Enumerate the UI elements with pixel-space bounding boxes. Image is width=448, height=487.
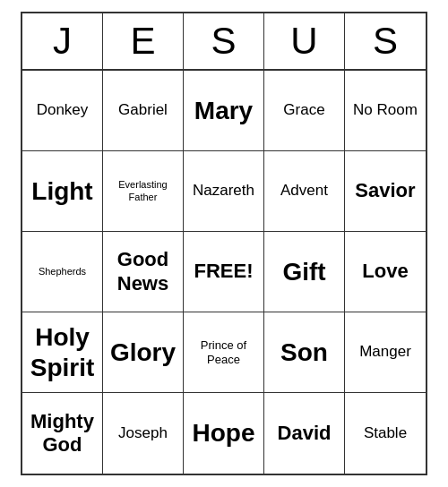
bingo-cell: Light [22, 151, 103, 232]
bingo-cell: No Room [345, 71, 426, 151]
bingo-header: JESUS [22, 13, 426, 71]
header-letter: J [22, 13, 103, 69]
header-letter: U [264, 13, 345, 69]
bingo-cell: Love [345, 232, 426, 312]
bingo-card: JESUS DonkeyGabrielMaryGraceNo RoomLight… [21, 12, 427, 475]
bingo-cell: Mary [184, 71, 264, 151]
bingo-cell: Holy Spirit [22, 312, 103, 393]
bingo-cell: Joseph [103, 393, 184, 474]
bingo-cell: Hope [184, 393, 264, 474]
bingo-cell: Gift [264, 232, 345, 312]
bingo-cell: Prince of Peace [184, 312, 264, 393]
bingo-cell: Good News [103, 232, 184, 312]
bingo-cell: Mighty God [22, 393, 103, 474]
bingo-cell: David [264, 393, 345, 474]
bingo-cell: Nazareth [184, 151, 264, 232]
bingo-cell: Son [264, 312, 345, 393]
header-letter: S [184, 13, 264, 69]
header-letter: E [103, 13, 184, 69]
bingo-cell: Savior [345, 151, 426, 232]
bingo-cell: Donkey [22, 71, 103, 151]
bingo-cell: Gabriel [103, 71, 184, 151]
header-letter: S [345, 13, 426, 69]
bingo-cell: Grace [264, 71, 345, 151]
bingo-grid: DonkeyGabrielMaryGraceNo RoomLightEverla… [22, 71, 426, 474]
bingo-cell: Glory [103, 312, 184, 393]
bingo-cell: Stable [345, 393, 426, 474]
bingo-cell: Manger [345, 312, 426, 393]
bingo-cell: FREE! [184, 232, 264, 312]
bingo-cell: Advent [264, 151, 345, 232]
bingo-cell: Everlasting Father [103, 151, 184, 232]
bingo-cell: Shepherds [22, 232, 103, 312]
